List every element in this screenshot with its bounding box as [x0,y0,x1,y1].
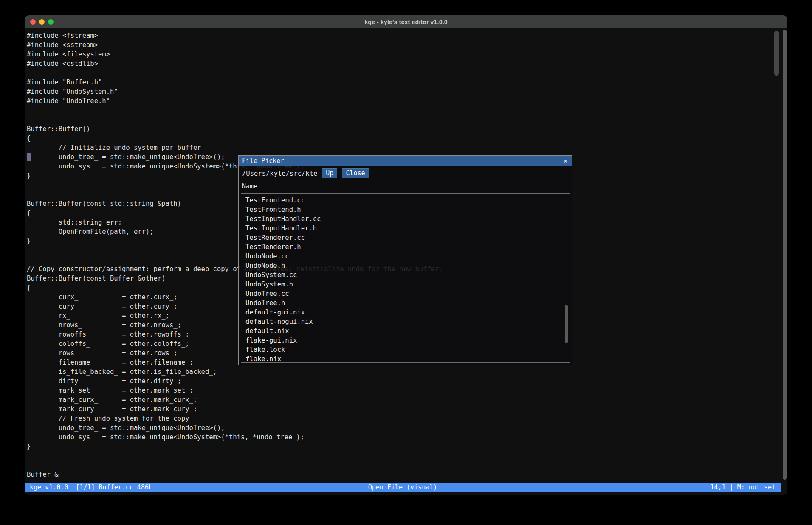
status-cursor-position: 14,1 | M: not set [710,483,775,491]
code-line [27,115,787,124]
file-item[interactable]: flake.lock [241,345,570,354]
window-scrollbar[interactable] [783,30,787,480]
code-line: mark_curx_ = other.mark_curx_; [27,395,787,404]
code-line: #include "Buffer.h" [27,78,787,87]
editor-scrollbar-thumb[interactable] [774,31,779,76]
code-line: { [27,134,787,143]
app-window: kge - kyle's text editor v1.0.0 #include… [25,15,787,495]
code-line: Buffer::Buffer() [27,124,787,134]
text-cursor [27,153,31,161]
file-item[interactable]: TestInputHandler.h [241,224,570,233]
close-icon[interactable]: ✕ [564,158,567,164]
file-item[interactable]: flake.nix [241,354,570,363]
window-title: kge - kyle's text editor v1.0.0 [364,19,448,25]
file-item[interactable]: TestFrontend.h [241,205,570,214]
file-item[interactable]: UndoSystem.cc [241,270,570,280]
close-window-icon[interactable] [30,19,36,25]
file-picker-path-row: /Users/kyle/src/kte Up Close [239,166,572,181]
name-column-header: Name [242,182,257,190]
file-item[interactable]: TestFrontend.cc [241,196,570,205]
code-line: mark_set_ = other.mark_set_; [27,386,787,395]
current-directory-path: /Users/kyle/src/kte [242,170,317,177]
file-item[interactable]: TestRenderer.h [241,242,570,252]
file-item[interactable]: default-nogui.nix [241,317,570,326]
file-list-scrollbar-thumb[interactable] [565,305,568,343]
code-line: undo_tree_ = std::make_unique<UndoTree>(… [27,423,787,432]
code-line: is_file_backed_ = other.is_file_backed_; [27,367,787,376]
minimize-window-icon[interactable] [39,19,45,25]
file-picker-titlebar[interactable]: File Picker ✕ [239,156,572,166]
file-item[interactable]: UndoSystem.h [241,280,570,289]
code-line: undo_sys_ = std::make_unique<UndoSystem>… [27,432,787,442]
code-line: mark_cury_ = other.mark_cury_; [27,404,787,414]
code-line [27,106,787,115]
zoom-window-icon[interactable] [48,19,54,25]
code-line [27,451,787,460]
up-button[interactable]: Up [322,168,337,178]
code-line: #include <filesystem> [27,50,787,59]
code-line [27,460,787,470]
code-line: } [27,442,787,451]
code-line: #include "UndoTree.h" [27,96,787,106]
divider [239,181,572,181]
code-line: dirty_ = other.dirty_; [27,376,787,386]
code-line: Buffer & [27,470,787,479]
code-line: // Fresh undo system for the copy [27,414,787,423]
file-item[interactable]: TestInputHandler.cc [241,214,570,224]
file-item[interactable]: TestRenderer.cc [241,233,570,242]
window-titlebar[interactable]: kge - kyle's text editor v1.0.0 [25,15,787,28]
code-line: #include <sstream> [27,40,787,50]
file-picker-title: File Picker [242,157,284,165]
file-item[interactable]: UndoNode.cc [241,252,570,261]
code-line: #include "UndoSystem.h" [27,87,787,96]
file-item[interactable]: UndoNode.h [241,261,570,270]
code-line: #include <fstream> [27,31,787,40]
code-line: // Initialize undo system per buffer [27,143,787,152]
status-file-info: kge v1.0.0 [1/1] Buffer.cc 486L [30,483,152,491]
file-item[interactable]: flake-gui.nix [241,336,570,345]
file-picker-dialog: File Picker ✕ /Users/kyle/src/kte Up Clo… [238,155,572,365]
close-button[interactable]: Close [342,168,369,178]
file-item[interactable]: UndoTree.h [241,298,570,308]
status-bar: Open File (visual) kge v1.0.0 [1/1] Buff… [25,483,781,492]
code-line [27,68,787,78]
file-item[interactable]: default-gui.nix [241,308,570,317]
traffic-lights [30,15,54,28]
code-line: #include <cstdlib> [27,59,787,68]
file-list[interactable]: TestFrontend.ccTestFrontend.hTestInputHa… [241,193,570,363]
file-item[interactable]: UndoTree.cc [241,289,570,298]
file-item[interactable]: default.nix [241,326,570,336]
